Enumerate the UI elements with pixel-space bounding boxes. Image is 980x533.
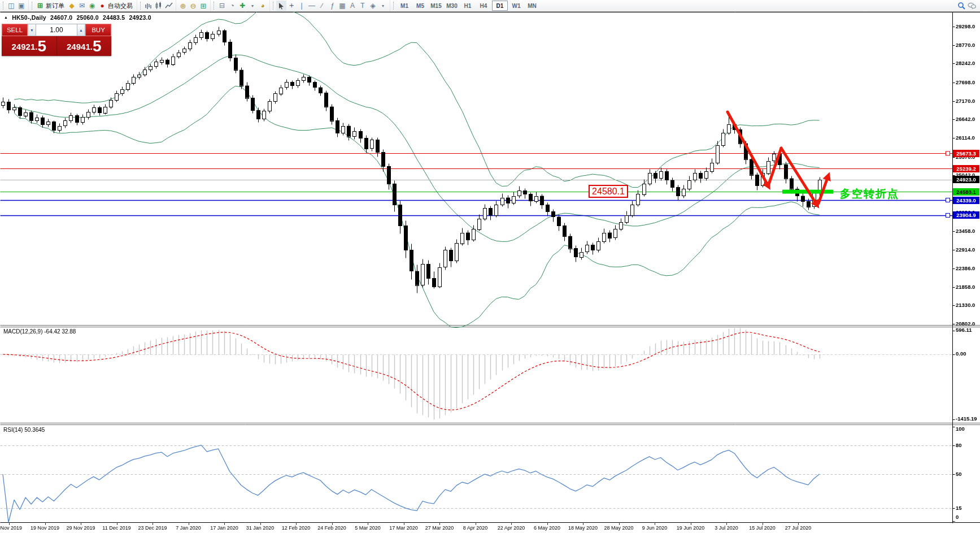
candlestick-chart-icon[interactable] <box>154 1 164 11</box>
toolbar-grip[interactable] <box>3 2 5 10</box>
date-axis-label: 24 Feb 2020 <box>317 525 346 531</box>
cursor-icon[interactable] <box>276 1 286 11</box>
date-axis-label: 11 Dec 2019 <box>102 525 130 531</box>
price-tick-label: 27698.0 <box>956 79 975 85</box>
toolbar-group-charttype <box>137 0 176 11</box>
price-chart-canvas[interactable] <box>0 0 980 533</box>
macd-scale-label: 596.11 <box>956 327 972 333</box>
timeframe-button-h4[interactable]: H4 <box>476 1 491 10</box>
chat-icon[interactable] <box>966 1 977 11</box>
periods-icon[interactable]: ◔ <box>227 1 237 11</box>
autotrading-button[interactable]: 自动交易 <box>108 2 133 10</box>
volume-decrement-button[interactable]: ▼ <box>28 24 36 36</box>
mailbox-icon[interactable]: ✉ <box>77 1 87 11</box>
date-axis-label: 9 Jun 2020 <box>642 525 668 531</box>
price-line-badge: 24339.0 <box>953 197 979 204</box>
horizontal-line-icon[interactable]: — <box>307 1 317 11</box>
price-tick-label: 27170.0 <box>956 98 975 104</box>
toolbar-grip[interactable] <box>140 2 142 10</box>
search-icon[interactable] <box>956 1 966 11</box>
toolbar-group-trade: ⊞ 新订单 ◆ ✉ ◉ ● 自动交易 <box>28 0 137 11</box>
dropdown-arrow-icon[interactable]: ▾ <box>378 1 388 11</box>
arrows-tool-icon[interactable]: ◈ <box>368 1 378 11</box>
buy-button[interactable]: BUY <box>85 24 111 36</box>
rsi-scale-label: 100 <box>956 426 965 432</box>
symbol-info[interactable]: ▲ HK50-,Daily 24607.0 25060.0 24483.5 24… <box>4 14 154 21</box>
channel-icon[interactable]: ▦ <box>337 1 347 11</box>
date-axis-label: 27 Mar 2020 <box>425 525 454 531</box>
price-tick-label: 28770.0 <box>956 42 975 48</box>
timeframe-button-m15[interactable]: M15 <box>429 1 443 10</box>
sell-price[interactable]: 24921. 5 <box>2 36 56 56</box>
rsi-scale-label: 15 <box>956 505 962 511</box>
date-axis-label: 7 Nov 2019 <box>0 525 22 531</box>
one-click-trading-panel: SELL ▼ 1.00 ▲ BUY 24921. 5 24941. 5 <box>2 24 111 56</box>
indicators-icon[interactable]: ⊟ <box>217 1 227 11</box>
toolbar-right <box>956 1 980 11</box>
text-tool-icon[interactable]: A <box>347 1 358 11</box>
sell-price-big-digit: 5 <box>37 38 46 54</box>
tile-windows-icon[interactable]: ⊞ <box>198 1 208 11</box>
toolbar-grip[interactable] <box>393 2 395 10</box>
clock-icon[interactable]: ◕ <box>258 1 268 11</box>
price-level-text-box[interactable]: 24580.1 <box>589 185 628 198</box>
price-tick-label: 22386.0 <box>956 265 975 271</box>
terminal-window: ◫ ▣ ⊞ 新订单 ◆ ✉ ◉ ● 自动交易 ⊕ ⊖ ⊞ <box>0 0 980 533</box>
toolbar-grip[interactable] <box>32 2 34 10</box>
turning-point-annotation[interactable]: 多空转折点 <box>840 187 899 201</box>
price-line-badge: 25239.2 <box>953 165 979 172</box>
zoom-out-icon[interactable]: ⊖ <box>188 1 198 11</box>
price-tick-label: 29298.0 <box>956 23 975 29</box>
date-axis-label: 23 Dec 2019 <box>138 525 167 531</box>
date-axis-label: 17 Jan 2020 <box>210 525 238 531</box>
fibonacci-icon[interactable]: ƒ <box>327 1 337 11</box>
date-axis-label: 6 May 2020 <box>534 525 560 531</box>
timeframe-button-m30[interactable]: M30 <box>445 1 459 10</box>
volume-increment-button[interactable]: ▲ <box>77 24 85 36</box>
rsi-scale-label: 80 <box>956 442 962 448</box>
price-line-badge: 23904.9 <box>953 211 979 219</box>
rsi-indicator-label: RSI(14) 50.3645 <box>3 427 45 433</box>
add-indicator-icon[interactable]: ✚ <box>237 1 247 11</box>
timeframe-button-w1[interactable]: W1 <box>509 1 524 10</box>
timeframe-button-m5[interactable]: M5 <box>413 1 428 10</box>
timeframe-button-d1[interactable]: D1 <box>492 1 508 11</box>
buy-price[interactable]: 24941. 5 <box>56 36 112 56</box>
new-order-icon[interactable]: ⊞ <box>35 1 45 11</box>
price-tick-label: 28242.0 <box>956 60 975 66</box>
market-watch-icon[interactable]: ◫ <box>6 1 16 11</box>
crosshair-icon[interactable]: ＋ <box>286 1 297 11</box>
dropdown-arrow-icon[interactable]: ▾ <box>247 1 258 11</box>
trendline-icon[interactable]: ∕ <box>317 1 327 11</box>
ohlc-high: 25060.0 <box>76 14 98 21</box>
bar-chart-icon[interactable] <box>143 1 154 11</box>
signals-icon[interactable]: ◉ <box>87 1 97 11</box>
price-tick-label: 26114.0 <box>956 135 975 141</box>
date-axis-label: 18 May 2020 <box>568 525 598 531</box>
zoom-in-icon[interactable]: ⊕ <box>178 1 188 11</box>
date-axis-label: 19 Nov 2019 <box>31 525 59 531</box>
sell-button[interactable]: SELL <box>2 24 28 36</box>
volume-input[interactable]: 1.00 <box>36 24 77 36</box>
date-axis-label: 15 Jul 2020 <box>749 525 776 531</box>
expert-advisors-icon[interactable]: ◆ <box>67 1 77 11</box>
toolbar-grip[interactable] <box>273 2 275 10</box>
timeframe-button-m1[interactable]: M1 <box>397 1 412 10</box>
rsi-scale-label: 0 <box>956 514 959 520</box>
macd-scale-label: -1415.19 <box>956 415 977 422</box>
date-axis-label: 3 Jul 2020 <box>715 525 738 531</box>
macd-indicator-label: MACD(12,26,9) -64.42 32.88 <box>3 328 76 335</box>
timeframe-button-h1[interactable]: H1 <box>460 1 475 10</box>
main-toolbar: ◫ ▣ ⊞ 新订单 ◆ ✉ ◉ ● 自动交易 ⊕ ⊖ ⊞ <box>0 0 980 12</box>
price-line-badge: 24580.1 <box>953 188 979 196</box>
new-order-button[interactable]: 新订单 <box>46 2 64 10</box>
data-window-icon[interactable]: ▣ <box>16 1 27 11</box>
collapse-marker-icon[interactable]: ▲ <box>4 15 8 19</box>
vertical-line-icon[interactable]: | <box>297 1 307 11</box>
toolbar-group-drawing: ＋ | — ∕ ƒ ▦ A T ◈ ▾ <box>269 0 390 11</box>
toolbar-grip[interactable] <box>214 2 216 10</box>
label-tool-icon[interactable]: T <box>358 1 368 11</box>
timeframe-button-mn[interactable]: MN <box>525 1 539 10</box>
autotrading-icon[interactable]: ● <box>97 1 107 11</box>
line-chart-icon[interactable] <box>164 1 174 11</box>
